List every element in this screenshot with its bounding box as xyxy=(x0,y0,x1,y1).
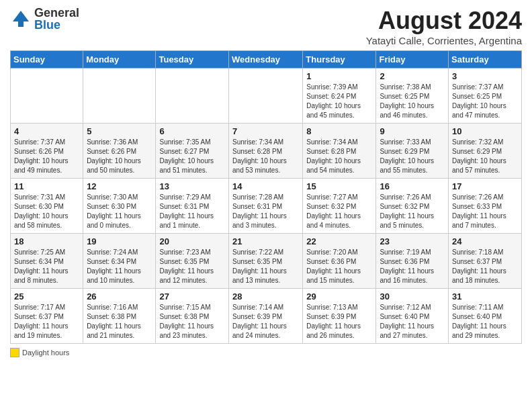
day-number: 13 xyxy=(159,181,225,191)
day-number: 18 xyxy=(14,236,79,246)
day-info: Sunrise: 7:18 AM Sunset: 6:37 PM Dayligh… xyxy=(452,248,518,285)
calendar-cell: 24Sunrise: 7:18 AM Sunset: 6:37 PM Dayli… xyxy=(449,234,522,289)
logo-text: General Blue xyxy=(34,7,79,31)
legend-daylight-label: Daylight hours xyxy=(22,349,69,357)
calendar-week-row: 4Sunrise: 7:37 AM Sunset: 6:26 PM Daylig… xyxy=(11,124,522,179)
calendar-header-row: SundayMondayTuesdayWednesdayThursdayFrid… xyxy=(11,51,522,68)
legend-item-daylight: Daylight hours xyxy=(10,348,69,357)
day-number: 17 xyxy=(452,181,518,191)
logo: General Blue xyxy=(10,7,79,31)
svg-rect-1 xyxy=(18,21,24,27)
calendar-cell: 10Sunrise: 7:32 AM Sunset: 6:29 PM Dayli… xyxy=(449,124,522,179)
day-info: Sunrise: 7:29 AM Sunset: 6:31 PM Dayligh… xyxy=(159,193,225,230)
day-number: 6 xyxy=(159,126,225,136)
calendar-cell: 3Sunrise: 7:37 AM Sunset: 6:25 PM Daylig… xyxy=(449,68,522,124)
calendar-cell: 21Sunrise: 7:22 AM Sunset: 6:35 PM Dayli… xyxy=(229,234,303,289)
day-info: Sunrise: 7:15 AM Sunset: 6:38 PM Dayligh… xyxy=(159,303,225,340)
calendar-cell: 6Sunrise: 7:35 AM Sunset: 6:27 PM Daylig… xyxy=(156,124,229,179)
calendar-cell: 16Sunrise: 7:26 AM Sunset: 6:32 PM Dayli… xyxy=(376,179,449,234)
day-number: 10 xyxy=(452,126,518,136)
logo-blue: Blue xyxy=(34,19,79,31)
day-number: 15 xyxy=(306,181,372,191)
calendar-cell xyxy=(229,68,303,124)
calendar-cell: 1Sunrise: 7:39 AM Sunset: 6:24 PM Daylig… xyxy=(303,68,376,124)
calendar-cell: 13Sunrise: 7:29 AM Sunset: 6:31 PM Dayli… xyxy=(156,179,229,234)
day-number: 3 xyxy=(452,71,518,81)
day-number: 2 xyxy=(380,71,445,81)
day-info: Sunrise: 7:20 AM Sunset: 6:36 PM Dayligh… xyxy=(306,248,372,285)
day-info: Sunrise: 7:17 AM Sunset: 6:37 PM Dayligh… xyxy=(14,303,79,340)
day-info: Sunrise: 7:16 AM Sunset: 6:38 PM Dayligh… xyxy=(87,303,152,340)
calendar-cell: 18Sunrise: 7:25 AM Sunset: 6:34 PM Dayli… xyxy=(11,234,83,289)
calendar-table: SundayMondayTuesdayWednesdayThursdayFrid… xyxy=(10,50,522,344)
day-info: Sunrise: 7:30 AM Sunset: 6:30 PM Dayligh… xyxy=(87,193,152,230)
calendar-cell: 12Sunrise: 7:30 AM Sunset: 6:30 PM Dayli… xyxy=(83,179,156,234)
calendar-cell: 30Sunrise: 7:12 AM Sunset: 6:40 PM Dayli… xyxy=(376,289,449,344)
day-info: Sunrise: 7:33 AM Sunset: 6:29 PM Dayligh… xyxy=(380,138,445,175)
calendar-cell xyxy=(156,68,229,124)
day-info: Sunrise: 7:37 AM Sunset: 6:25 PM Dayligh… xyxy=(452,83,518,120)
calendar-cell: 9Sunrise: 7:33 AM Sunset: 6:29 PM Daylig… xyxy=(376,124,449,179)
day-number: 7 xyxy=(232,126,299,136)
day-number: 14 xyxy=(232,181,299,191)
day-info: Sunrise: 7:27 AM Sunset: 6:32 PM Dayligh… xyxy=(306,193,372,230)
legend: Daylight hours xyxy=(10,348,522,357)
day-number: 9 xyxy=(380,126,445,136)
title-section: August 2024 Yatayti Calle, Corrientes, A… xyxy=(366,7,522,46)
day-number: 21 xyxy=(232,236,299,246)
calendar-cell: 27Sunrise: 7:15 AM Sunset: 6:38 PM Dayli… xyxy=(156,289,229,344)
calendar-cell: 22Sunrise: 7:20 AM Sunset: 6:36 PM Dayli… xyxy=(303,234,376,289)
day-number: 28 xyxy=(232,291,299,302)
calendar-cell: 28Sunrise: 7:14 AM Sunset: 6:39 PM Dayli… xyxy=(229,289,303,344)
svg-marker-0 xyxy=(13,11,29,21)
day-number: 23 xyxy=(380,236,445,246)
day-info: Sunrise: 7:32 AM Sunset: 6:29 PM Dayligh… xyxy=(452,138,518,175)
day-info: Sunrise: 7:38 AM Sunset: 6:25 PM Dayligh… xyxy=(380,83,445,120)
day-number: 22 xyxy=(306,236,372,246)
calendar-day-header: Tuesday xyxy=(156,51,229,68)
calendar-cell: 4Sunrise: 7:37 AM Sunset: 6:26 PM Daylig… xyxy=(11,124,83,179)
calendar-week-row: 1Sunrise: 7:39 AM Sunset: 6:24 PM Daylig… xyxy=(11,68,522,124)
day-info: Sunrise: 7:24 AM Sunset: 6:34 PM Dayligh… xyxy=(87,248,152,285)
calendar-cell: 5Sunrise: 7:36 AM Sunset: 6:26 PM Daylig… xyxy=(83,124,156,179)
day-info: Sunrise: 7:11 AM Sunset: 6:40 PM Dayligh… xyxy=(452,303,518,340)
calendar-cell xyxy=(11,68,83,124)
month-title: August 2024 xyxy=(366,7,522,35)
calendar-cell: 7Sunrise: 7:34 AM Sunset: 6:28 PM Daylig… xyxy=(229,124,303,179)
calendar-day-header: Thursday xyxy=(303,51,376,68)
calendar-cell: 26Sunrise: 7:16 AM Sunset: 6:38 PM Dayli… xyxy=(83,289,156,344)
day-info: Sunrise: 7:34 AM Sunset: 6:28 PM Dayligh… xyxy=(306,138,372,175)
calendar-day-header: Sunday xyxy=(11,51,83,68)
day-number: 12 xyxy=(87,181,152,191)
day-number: 27 xyxy=(159,291,225,302)
legend-box-daylight xyxy=(10,348,19,357)
calendar-cell: 19Sunrise: 7:24 AM Sunset: 6:34 PM Dayli… xyxy=(83,234,156,289)
day-info: Sunrise: 7:26 AM Sunset: 6:32 PM Dayligh… xyxy=(380,193,445,230)
calendar-week-row: 25Sunrise: 7:17 AM Sunset: 6:37 PM Dayli… xyxy=(11,289,522,344)
day-info: Sunrise: 7:19 AM Sunset: 6:36 PM Dayligh… xyxy=(380,248,445,285)
day-info: Sunrise: 7:23 AM Sunset: 6:35 PM Dayligh… xyxy=(159,248,225,285)
day-number: 5 xyxy=(87,126,152,136)
calendar-cell: 20Sunrise: 7:23 AM Sunset: 6:35 PM Dayli… xyxy=(156,234,229,289)
calendar-cell: 14Sunrise: 7:28 AM Sunset: 6:31 PM Dayli… xyxy=(229,179,303,234)
calendar-cell: 15Sunrise: 7:27 AM Sunset: 6:32 PM Dayli… xyxy=(303,179,376,234)
logo-general: General xyxy=(34,7,79,19)
calendar-cell: 2Sunrise: 7:38 AM Sunset: 6:25 PM Daylig… xyxy=(376,68,449,124)
calendar-cell: 11Sunrise: 7:31 AM Sunset: 6:30 PM Dayli… xyxy=(11,179,83,234)
day-info: Sunrise: 7:39 AM Sunset: 6:24 PM Dayligh… xyxy=(306,83,372,120)
day-info: Sunrise: 7:34 AM Sunset: 6:28 PM Dayligh… xyxy=(232,138,299,175)
calendar-day-header: Friday xyxy=(376,51,449,68)
day-number: 26 xyxy=(87,291,152,302)
calendar-cell: 25Sunrise: 7:17 AM Sunset: 6:37 PM Dayli… xyxy=(11,289,83,344)
day-number: 29 xyxy=(306,291,372,302)
calendar-cell: 31Sunrise: 7:11 AM Sunset: 6:40 PM Dayli… xyxy=(449,289,522,344)
day-info: Sunrise: 7:22 AM Sunset: 6:35 PM Dayligh… xyxy=(232,248,299,285)
day-info: Sunrise: 7:26 AM Sunset: 6:33 PM Dayligh… xyxy=(452,193,518,230)
day-number: 8 xyxy=(306,126,372,136)
calendar-cell: 17Sunrise: 7:26 AM Sunset: 6:33 PM Dayli… xyxy=(449,179,522,234)
day-info: Sunrise: 7:25 AM Sunset: 6:34 PM Dayligh… xyxy=(14,248,79,285)
calendar-day-header: Wednesday xyxy=(229,51,303,68)
calendar-cell xyxy=(83,68,156,124)
day-number: 4 xyxy=(14,126,79,136)
calendar-week-row: 11Sunrise: 7:31 AM Sunset: 6:30 PM Dayli… xyxy=(11,179,522,234)
